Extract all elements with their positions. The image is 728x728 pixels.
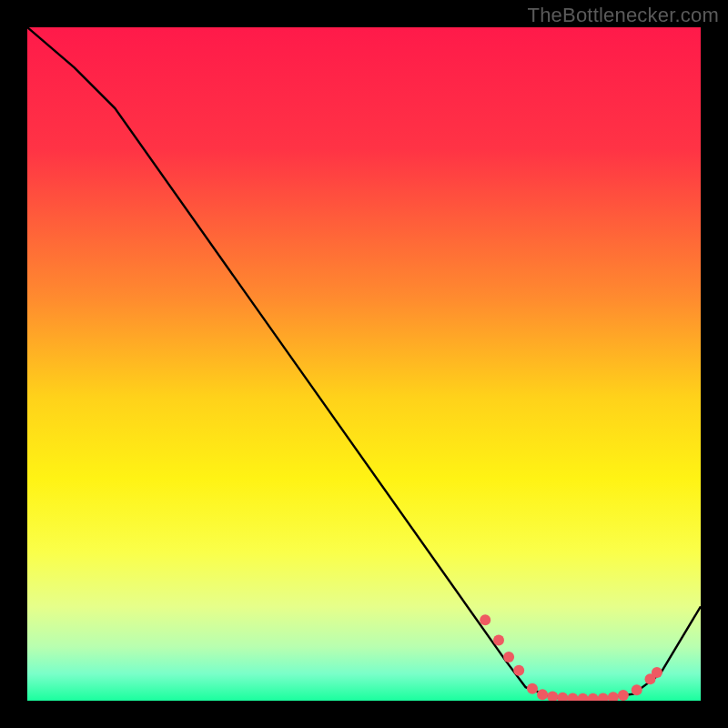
marker-dot [618, 690, 629, 701]
bottleneck-chart [27, 27, 701, 701]
plot-area [27, 27, 701, 701]
marker-dot [513, 665, 524, 676]
marker-dot [493, 634, 504, 645]
marker-dot [537, 689, 548, 700]
chart-frame: TheBottlenecker.com [0, 0, 728, 728]
marker-dot [480, 614, 490, 625]
marker-dot [632, 684, 642, 695]
marker-dot [503, 652, 514, 662]
marker-dot [652, 667, 662, 678]
marker-dot [527, 683, 538, 694]
attribution-text: TheBottlenecker.com [528, 4, 719, 27]
